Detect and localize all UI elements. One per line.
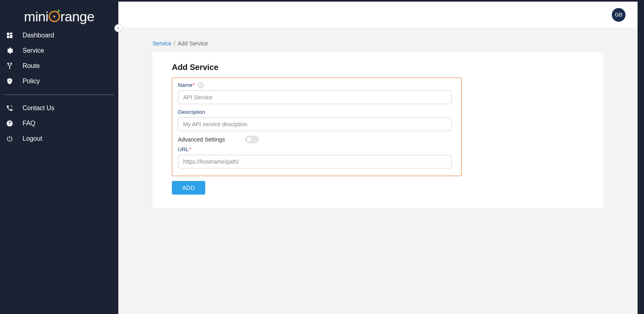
advanced-settings-row: Advanced Settings [178,136,456,143]
sidebar-collapse-button[interactable]: ‹ [114,24,122,32]
sidebar-item-dashboard[interactable]: Dashboard [0,28,118,43]
dashboard-icon [6,31,14,39]
primary-nav: Dashboard Service Route Policy Contac [0,25,118,146]
sidebar: minirange Dashboard Service Route Pol [0,2,118,314]
sidebar-item-label: Dashboard [23,32,54,39]
power-icon [6,135,14,143]
nav-divider [4,94,114,95]
form-highlight-box: Name* i Description Advanced Settings [172,78,462,176]
user-avatar[interactable]: GB [612,8,625,22]
add-button[interactable]: ADD [172,181,205,195]
content-region: Service / Add Service Add Service Name* … [118,28,638,220]
breadcrumb-separator: / [174,40,177,47]
sidebar-item-faq[interactable]: FAQ [0,116,118,131]
phone-icon [6,104,14,112]
sidebar-item-label: Route [23,62,40,70]
name-field: Name* i [178,82,456,104]
sidebar-item-contact[interactable]: Contact Us [0,101,118,116]
url-input[interactable] [178,155,452,168]
form-card: Add Service Name* i Description [153,52,603,208]
svg-point-4 [9,124,10,125]
top-header: GB [118,2,638,28]
sidebar-item-label: Service [23,47,44,54]
description-input[interactable] [178,117,452,131]
brand-logo: minirange [0,9,118,25]
toggle-knob [246,137,252,142]
svg-point-1 [9,80,10,81]
help-icon [6,119,14,127]
chevron-left-icon: ‹ [118,25,119,31]
gear-icon [6,47,14,55]
advanced-settings-toggle[interactable] [245,136,259,143]
sidebar-item-label: Logout [23,135,42,142]
url-field: URL* [178,146,456,168]
sidebar-item-label: Policy [23,78,40,85]
name-input[interactable] [178,90,452,104]
sidebar-item-route[interactable]: Route [0,58,118,74]
sidebar-item-logout[interactable]: Logout [0,131,118,146]
brand-prefix: mini [24,9,48,25]
sidebar-item-service[interactable]: Service [0,43,118,58]
form-heading: Add Service [172,63,584,72]
sidebar-item-policy[interactable]: Policy [0,74,118,89]
route-icon [6,62,14,70]
breadcrumb-current: Add Service [178,40,208,47]
brand-logo-icon [49,11,60,22]
main-area: GB Service / Add Service Add Service Nam… [118,2,638,314]
shield-icon [6,77,14,85]
breadcrumb: Service / Add Service [153,40,603,47]
required-mark: * [193,82,195,88]
description-label: Description [178,109,205,115]
name-label: Name [178,82,192,88]
brand-suffix: range [60,9,94,25]
svg-point-0 [9,68,10,69]
advanced-settings-label: Advanced Settings [178,136,225,143]
sidebar-item-label: Contact Us [23,105,54,112]
required-mark: * [189,146,191,152]
breadcrumb-parent-link[interactable]: Service [153,40,171,47]
url-label: URL [178,146,189,152]
description-field: Description [178,109,456,131]
svg-rect-2 [9,81,10,82]
info-icon[interactable]: i [198,82,204,88]
sidebar-item-label: FAQ [23,120,35,127]
